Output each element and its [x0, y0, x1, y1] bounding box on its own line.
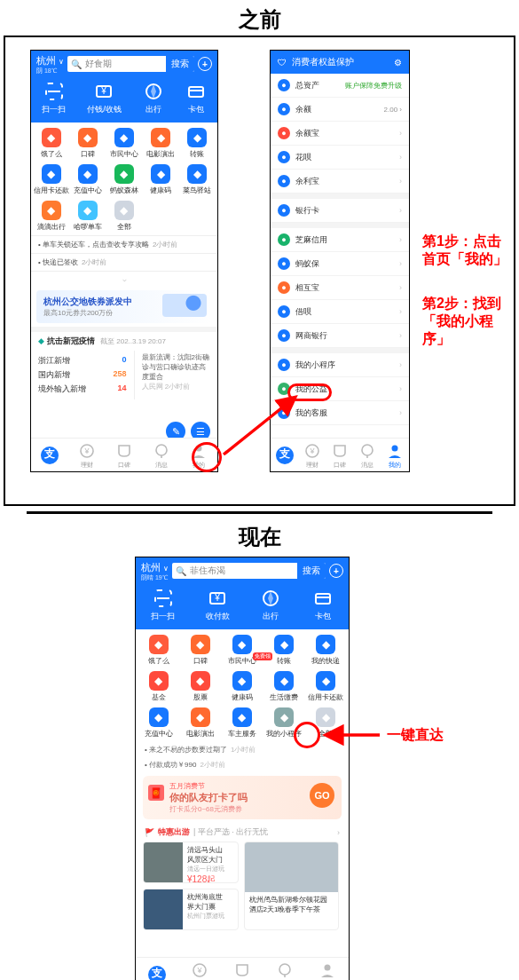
heading-before: 之前	[0, 5, 519, 34]
app-充值中心[interactable]: ◆ 充值中心	[69, 164, 106, 195]
alipay-logo-icon: 支	[148, 966, 166, 980]
app-健康码[interactable]: ◆ 健康码	[143, 164, 179, 195]
search-button[interactable]: 搜索	[297, 563, 326, 579]
svg-point-9	[156, 445, 167, 455]
row-icon: ●	[278, 151, 290, 163]
top-pay[interactable]: ¥收付款	[206, 588, 230, 622]
top-scan[interactable]: 扫一扫	[151, 588, 175, 622]
row-icon: ●	[278, 103, 290, 115]
covid-header[interactable]: ◆ 抗击新冠疫情 截至 202..3.19 20:07	[31, 327, 217, 351]
tab-money[interactable]: ¥理财	[303, 442, 321, 470]
tab-koubei[interactable]: 口碑	[331, 442, 349, 470]
app-蚂蚁森林[interactable]: ◆ 蚂蚁森林	[106, 164, 142, 195]
banner-art	[162, 294, 207, 317]
svg-point-13	[362, 445, 373, 455]
covid-row: 国内新增258	[38, 369, 127, 381]
app-电影演出[interactable]: ◆ 电影演出	[179, 707, 221, 739]
app-口碑[interactable]: ◆ 口碑	[69, 128, 106, 159]
tab-home[interactable]: 支	[148, 966, 166, 980]
app-滴滴出行[interactable]: ◆ 滴滴出行	[33, 201, 69, 232]
app-饿了么[interactable]: ◆ 饿了么	[33, 128, 69, 159]
app-电影演出[interactable]: ◆ 电影演出	[143, 128, 179, 159]
city-picker[interactable]: 杭州 ∨ 阴晴 19℃	[141, 561, 169, 581]
tab-home[interactable]: 支	[41, 447, 59, 465]
news-item[interactable]: • 单车关锁还车，点击查收专享攻略2小时前	[31, 235, 217, 253]
tab-msg[interactable]: 消息	[153, 442, 170, 470]
app-我的快递[interactable]: ◆ 我的快递	[305, 635, 347, 666]
tab-koubei[interactable]: 口碑	[115, 442, 133, 470]
covid-news[interactable]: 最新流调：沈阳2街确诊与营口确诊轨迹高度重合	[142, 352, 211, 382]
news-item[interactable]: • 来之不易的步数要过期了1小时前	[136, 742, 349, 757]
tour-card[interactable]: 杭州鸬鸟新湖希尔顿花园 酒店2天1晚春季下午茶	[244, 842, 340, 930]
top-scan[interactable]: 扫一扫	[42, 81, 66, 115]
top-pay[interactable]: ¥付钱/收钱	[87, 81, 122, 115]
app-转账[interactable]: ◆ 转账	[179, 128, 216, 159]
tab-home[interactable]: 支	[276, 447, 294, 465]
top-travel[interactable]: 出行	[260, 588, 281, 622]
app-车主服务[interactable]: ◆ 车主服务	[221, 707, 263, 739]
mine-row-花呗[interactable]: ● 花呗›	[271, 146, 409, 170]
mine-row-银行卡[interactable]: ● 银行卡›	[271, 194, 409, 223]
city-picker[interactable]: 杭州 ∨ 阴 18℃	[36, 54, 64, 74]
search-box[interactable]: 🔍 好食期 搜索	[67, 56, 194, 72]
tab-money[interactable]: ¥理财	[191, 961, 208, 980]
search-box[interactable]: 🔍 菲住布渴 搜索	[172, 563, 326, 579]
tab-mine[interactable]: 我的	[318, 961, 336, 980]
mine-row-蚂蚁保[interactable]: ● 蚂蚁保›	[271, 252, 409, 276]
mine-row-借呗[interactable]: ● 借呗›	[271, 300, 409, 324]
app-信用卡还款[interactable]: ◆ 信用卡还款	[33, 164, 69, 195]
app-口碑[interactable]: ◆ 口碑	[179, 635, 221, 666]
news-item[interactable]: • 付款成功￥9902小时前	[136, 757, 349, 772]
app-饿了么[interactable]: ◆ 饿了么	[138, 635, 179, 666]
news-item[interactable]: • 快递已签收2小时前	[31, 253, 217, 271]
top-card[interactable]: 卡包	[312, 588, 334, 622]
tour-card[interactable]: 清远马头山 风景区大门 清远一日游玩 ¥128起	[143, 842, 239, 883]
app-市民中心[interactable]: ◆免费领 市民中心	[221, 635, 263, 666]
app-菜鸟驿站[interactable]: ◆ 菜鸟驿站	[179, 164, 216, 195]
svg-point-24	[279, 964, 290, 975]
tab-koubei[interactable]: 口碑	[233, 961, 251, 980]
mine-row-相互宝[interactable]: ● 相互宝›	[271, 276, 409, 300]
go-banner[interactable]: 🧧 五月消费节 你的队友打卡了吗 打卡瓜分0~68元消费券 GO	[143, 776, 342, 819]
app-基金[interactable]: ◆ 基金	[138, 671, 179, 702]
app-转账[interactable]: ◆ 转账	[263, 635, 305, 666]
search-button[interactable]: 搜索	[166, 56, 194, 72]
mine-row-余利宝[interactable]: ● 余利宝›	[271, 170, 409, 194]
banner-metro[interactable]: 杭州公交地铁券派发中 最高10元券共200万份	[36, 290, 212, 323]
app-全部[interactable]: ◆ 全部	[106, 201, 142, 232]
mine-row-总资产[interactable]: ● 总资产账户保障免费升级	[271, 74, 409, 98]
app-信用卡还款[interactable]: ◆ 信用卡还款	[305, 671, 347, 702]
mine-row-我的客服[interactable]: ● 我的客服›	[271, 401, 409, 425]
app-健康码[interactable]: ◆ 健康码	[221, 671, 263, 702]
app-哈啰单车[interactable]: ◆ 哈啰单车	[69, 201, 106, 232]
go-button[interactable]: GO	[310, 783, 334, 808]
covid-row: 浙江新增0	[38, 355, 127, 367]
row-icon: ●	[278, 175, 290, 187]
row-icon: ●	[278, 407, 290, 419]
plus-icon[interactable]: +	[329, 564, 343, 578]
svg-text:¥: ¥	[101, 86, 107, 96]
plus-icon[interactable]: +	[198, 57, 212, 71]
tab-money[interactable]: ¥理财	[78, 442, 96, 470]
app-市民中心[interactable]: ◆ 市民中心	[106, 128, 142, 159]
top-card[interactable]: 卡包	[185, 81, 207, 115]
tab-mine[interactable]: 我的	[386, 442, 404, 470]
app-股票[interactable]: ◆ 股票	[179, 671, 221, 702]
annotation-direct: 一键直达	[387, 726, 444, 744]
app-充值中心[interactable]: ◆ 充值中心	[138, 707, 179, 739]
mine-row-余额[interactable]: ● 余额2.00 ›	[271, 98, 409, 122]
app-生活缴费[interactable]: ◆ 生活缴费	[263, 671, 305, 702]
card-image	[144, 889, 183, 929]
settings-icon[interactable]: ⚙	[394, 58, 402, 67]
tab-msg[interactable]: 消息	[276, 961, 294, 980]
tab-msg[interactable]: 消息	[358, 442, 376, 470]
mine-row-余额宝[interactable]: ● 余额宝›	[271, 122, 409, 146]
mine-row-我的小程序[interactable]: ● 我的小程序›	[271, 348, 409, 377]
top-travel[interactable]: 出行	[143, 81, 164, 115]
shield-icon: 🛡	[278, 58, 287, 67]
svg-text:¥: ¥	[214, 593, 220, 603]
mine-row-芝麻信用[interactable]: ● 芝麻信用›	[271, 223, 409, 252]
mine-row-网商银行[interactable]: ● 网商银行›	[271, 324, 409, 348]
tour-header[interactable]: 🚩 特惠出游 | 平台严选 · 出行无忧 ›	[136, 823, 349, 842]
tour-card[interactable]: 杭州海底世 界大门票 杭州门票游玩	[143, 889, 239, 930]
